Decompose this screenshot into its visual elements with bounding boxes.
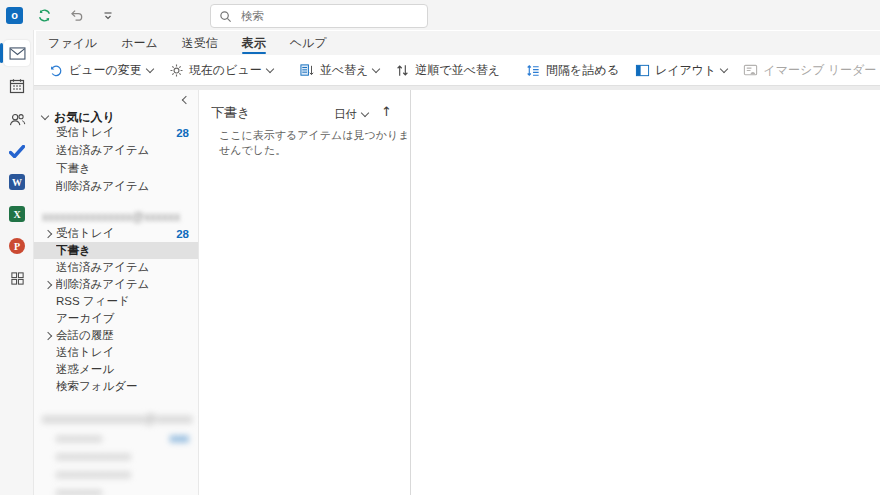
immersive-reader-label: イマーシブ リーダー — [763, 62, 876, 79]
collapse-folder-pane-button[interactable] — [179, 93, 193, 107]
rail-more-apps-button[interactable] — [4, 265, 30, 291]
folder-item-redacted[interactable]: xxxxxxxxxxxxx — [34, 465, 198, 482]
rail-people-button[interactable] — [4, 106, 30, 132]
gear-icon — [169, 63, 184, 78]
tighten-spacing-icon — [526, 63, 541, 78]
tab-file[interactable]: ファイル — [36, 31, 109, 55]
tab-help[interactable]: ヘルプ — [278, 31, 339, 55]
send-receive-sync-button[interactable] — [33, 4, 55, 26]
title-bar: o — [0, 0, 880, 30]
powerpoint-icon: P — [9, 238, 25, 254]
folder-item-rss[interactable]: RSS フィード — [34, 293, 198, 310]
tab-send-receive[interactable]: 送受信 — [170, 31, 230, 55]
customize-quick-access-button[interactable] — [97, 4, 119, 26]
immersive-reader-icon — [743, 63, 758, 78]
outlook-app-icon: o — [6, 7, 23, 24]
unread-count-badge: 28 — [176, 228, 189, 240]
current-view-label: 現在のビュー — [189, 62, 262, 79]
folder-item-inbox[interactable]: 受信トレイ 28 — [34, 225, 198, 242]
immersive-reader-button: イマーシブ リーダー — [736, 58, 880, 82]
rail-todo-button[interactable] — [4, 138, 30, 164]
change-view-label: ビューの変更 — [69, 62, 142, 79]
calendar-icon — [9, 78, 25, 94]
app-rail: W X P — [0, 30, 34, 495]
empty-list-message: ここに表示するアイテムは見つかりませんでした。 — [219, 128, 410, 158]
folder-item-conversation-history[interactable]: 会話の履歴 — [34, 327, 198, 344]
ribbon-tabs: ファイル ホーム 送受信 表示 ヘルプ — [36, 31, 880, 55]
reverse-sort-button[interactable]: 逆順で並べ替え — [388, 58, 507, 82]
more-apps-grid-icon — [10, 271, 25, 286]
sort-button[interactable]: 並べ替え — [292, 58, 387, 82]
account2-header-redacted[interactable]: xxxxxxxxxxxxxxxxx@xxxxxx — [42, 410, 192, 427]
todo-check-icon — [9, 145, 25, 158]
sort-by-date-button[interactable]: 日付 — [334, 107, 368, 122]
tighten-spacing-label: 間隔を詰める — [546, 62, 619, 79]
sort-icon — [299, 63, 315, 78]
message-list-pane: 下書き 日付 ↑ ここに表示するアイテムは見つかりませんでした。 — [199, 90, 411, 495]
folder-item-search-folders[interactable]: 検索フォルダー — [34, 378, 198, 395]
excel-icon: X — [9, 206, 25, 222]
mail-icon — [9, 47, 26, 60]
chevron-right-icon — [44, 229, 52, 237]
chevron-down-icon — [720, 64, 728, 72]
folder-item-inbox-fav[interactable]: 受信トレイ 28 — [34, 124, 198, 141]
undo-icon — [69, 8, 84, 23]
quick-access-toolbar: o — [6, 3, 119, 27]
customize-toolbar-icon — [102, 9, 114, 21]
folder-item-outbox[interactable]: 送信トレイ — [34, 344, 198, 361]
search-icon — [219, 10, 232, 23]
rail-powerpoint-button[interactable]: P — [4, 233, 30, 259]
search-input[interactable] — [239, 9, 393, 23]
chevron-right-icon — [44, 280, 52, 288]
message-list-title: 下書き — [211, 104, 250, 122]
chevron-left-icon — [182, 96, 190, 104]
folder-item-sent[interactable]: 送信済みアイテム — [34, 259, 198, 276]
folder-pane: お気に入り 受信トレイ 28 送信済みアイテム 下書き 削除済みアイテム xxx… — [34, 90, 199, 495]
unread-count-badge-redacted: xxx — [170, 432, 189, 444]
tighten-spacing-button[interactable]: 間隔を詰める — [519, 58, 626, 82]
account-header-redacted[interactable]: xxxxxxxxxxxxxxx@xxxxxx — [42, 208, 180, 225]
layout-label: レイアウト — [655, 62, 716, 79]
chevron-down-icon — [265, 64, 273, 72]
rail-excel-button[interactable]: X — [4, 201, 30, 227]
folder-item-deleted[interactable]: 削除済みアイテム — [34, 276, 198, 293]
tab-view[interactable]: 表示 — [230, 31, 278, 55]
folder-item-deleted-fav[interactable]: 削除済みアイテム — [34, 178, 198, 195]
folder-item-redacted[interactable]: xxxxxxxxxxxxx — [34, 447, 198, 464]
sync-icon — [37, 8, 52, 23]
rail-word-button[interactable]: W — [4, 169, 30, 195]
chevron-down-icon — [361, 109, 369, 117]
tab-home[interactable]: ホーム — [109, 31, 170, 55]
sort-direction-button[interactable]: ↑ — [381, 104, 392, 119]
sort-label: 並べ替え — [320, 62, 369, 79]
folder-item-junk[interactable]: 迷惑メール — [34, 361, 198, 378]
chevron-down-icon — [372, 64, 380, 72]
people-icon — [9, 112, 26, 127]
folder-item-sent-fav[interactable]: 送信済みアイテム — [34, 142, 198, 159]
change-view-button[interactable]: ビューの変更 — [42, 58, 160, 82]
rail-calendar-button[interactable] — [4, 73, 30, 99]
current-view-button[interactable]: 現在のビュー — [162, 58, 280, 82]
layout-button[interactable]: レイアウト — [628, 58, 734, 82]
chevron-down-icon — [41, 112, 49, 120]
word-icon: W — [9, 174, 25, 190]
reverse-sort-label: 逆順で並べ替え — [415, 62, 500, 79]
change-view-icon — [49, 63, 64, 78]
folder-item-redacted[interactable]: xxxxxxxx — [34, 483, 198, 495]
ribbon: ビューの変更 現在のビュー 並べ替え 逆順で並べ替え — [36, 55, 880, 85]
search-box[interactable] — [210, 4, 428, 28]
folder-item-drafts-selected[interactable]: 下書き — [34, 242, 198, 259]
unread-count-badge: 28 — [176, 127, 189, 139]
reading-pane — [411, 90, 880, 495]
folder-item-redacted[interactable]: xxxxxxxx xxx — [34, 429, 198, 446]
chevron-right-icon — [44, 331, 52, 339]
chevron-down-icon — [146, 64, 154, 72]
mail-selected-indicator — [0, 43, 3, 63]
undo-button[interactable] — [65, 4, 87, 26]
folder-item-archive[interactable]: アーカイブ — [34, 310, 198, 327]
rail-mail-button[interactable] — [4, 40, 30, 66]
layout-icon — [635, 63, 650, 78]
folder-item-drafts-fav[interactable]: 下書き — [34, 160, 198, 177]
up-down-arrows-icon — [395, 63, 410, 78]
